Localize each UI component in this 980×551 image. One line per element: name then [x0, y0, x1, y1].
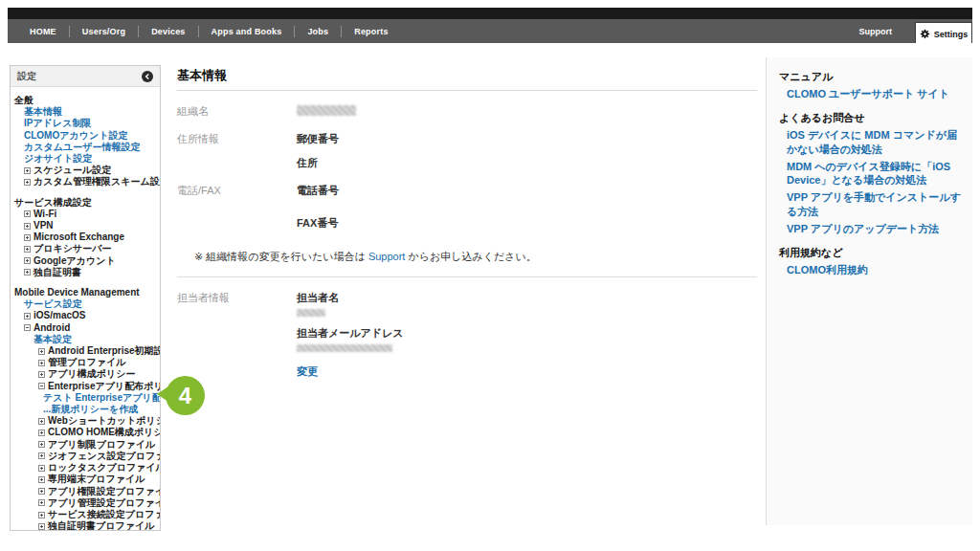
- sidebar-item[interactable]: ジオフェンス設定プロファイル: [11, 451, 160, 462]
- sidebar-item[interactable]: 管理プロファイル: [11, 357, 160, 368]
- sidebar-item-label: VPN: [33, 220, 54, 231]
- sidebar-item[interactable]: ジオサイト設定: [11, 153, 160, 165]
- sidebar-collapse-icon[interactable]: [142, 71, 153, 82]
- sidebar-item[interactable]: アプリ権限設定プロファイル: [11, 486, 160, 497]
- nav-tab-devices[interactable]: Devices: [139, 19, 197, 43]
- tree-expand-icon[interactable]: [24, 324, 31, 331]
- sidebar-group-header: 全般: [11, 95, 160, 106]
- sidebar-item-label: 基本情報: [24, 106, 62, 118]
- sidebar-item[interactable]: Android: [11, 322, 160, 334]
- sidebar-item[interactable]: 独自証明書プロファイル: [11, 520, 160, 531]
- help-link[interactable]: VPP アプリを手動でインストールする方法: [779, 190, 963, 219]
- sidebar-item[interactable]: テスト Enterpriseアプリ配布..: [11, 392, 160, 404]
- tree-expand-icon[interactable]: [38, 371, 45, 378]
- sidebar-group-header: サービス構成設定: [11, 197, 160, 209]
- sidebar-item[interactable]: Googleアカウント: [11, 255, 160, 267]
- tree-expand-icon[interactable]: [38, 441, 45, 448]
- sidebar-item[interactable]: 基本情報: [11, 106, 160, 118]
- sidebar-item-label: アプリ権限設定プロファイル: [48, 486, 160, 497]
- tree-expand-icon[interactable]: [38, 476, 45, 483]
- sidebar-item-label: テスト Enterpriseアプリ配布..: [43, 392, 160, 404]
- nav-tab-jobs[interactable]: Jobs: [295, 19, 341, 43]
- sidebar-group: Mobile Device Managementサービス設定iOS/macOSA…: [11, 287, 160, 531]
- tree-expand-icon[interactable]: [24, 167, 31, 174]
- org-name-label: 組織名: [177, 91, 297, 119]
- tree-expand-icon[interactable]: [38, 488, 45, 495]
- help-link[interactable]: iOS デバイスに MDM コマンドが届かない場合の対処法: [779, 128, 963, 157]
- tree-expand-icon[interactable]: [24, 313, 31, 320]
- tree-expand-icon[interactable]: [38, 383, 45, 389]
- help-link[interactable]: MDM へのデバイス登録時に「iOS Device」となる場合の対処法: [779, 160, 963, 188]
- nav-tab-apps-and-books[interactable]: Apps and Books: [199, 19, 295, 43]
- tree-expand-icon[interactable]: [24, 223, 31, 230]
- nav-tab-home[interactable]: HOME: [17, 19, 69, 43]
- tree-expand-icon[interactable]: [24, 210, 31, 217]
- tree-expand-icon[interactable]: [38, 430, 45, 436]
- sidebar-item[interactable]: Wi-Fi: [11, 209, 160, 220]
- sidebar-item[interactable]: サービス接続設定プロファイル: [11, 509, 160, 520]
- sidebar-item-label: ジオサイト設定: [24, 153, 92, 165]
- sidebar-item[interactable]: アプリ制限プロファイル: [11, 439, 160, 451]
- tree-expand-icon[interactable]: [38, 418, 45, 425]
- help-link[interactable]: CLOMO ユーザーサポート サイト: [779, 87, 963, 101]
- change-link[interactable]: 変更: [297, 364, 318, 379]
- sidebar-item[interactable]: 専用端末プロファイル: [11, 474, 160, 485]
- sidebar-item[interactable]: ...新規ポリシーを作成: [11, 404, 160, 415]
- sidebar-item[interactable]: Enterpriseアプリ配布ポリシー: [11, 381, 160, 392]
- sidebar-item[interactable]: Android Enterprise初期設定...: [11, 345, 160, 357]
- sidebar-item[interactable]: Webショートカットポリシー: [11, 415, 160, 427]
- tree-expand-icon[interactable]: [24, 246, 31, 253]
- sidebar-item[interactable]: アプリ管理設定プロファイル: [11, 497, 160, 509]
- tree-expand-icon[interactable]: [38, 512, 45, 518]
- tree-expand-icon[interactable]: [24, 269, 31, 276]
- sidebar-header: 設定: [11, 66, 160, 87]
- contact-info-label: 担当者情報: [177, 277, 297, 379]
- sidebar-item-label: アプリ構成ポリシー: [48, 368, 135, 380]
- sidebar-item[interactable]: アプリ構成ポリシー: [11, 368, 160, 380]
- sidebar-item-label: ジオフェンス設定プロファイル: [48, 451, 160, 462]
- sidebar-item-label: IPアドレス制限: [24, 118, 91, 129]
- tree-expand-icon[interactable]: [24, 257, 31, 264]
- tree-expand-icon[interactable]: [38, 465, 45, 472]
- help-section-title: 利用規約など: [779, 246, 963, 260]
- sidebar-item[interactable]: iOS/macOS: [11, 310, 160, 321]
- help-link[interactable]: CLOMO利用規約: [779, 263, 963, 277]
- sidebar-item[interactable]: プロキシサーバー: [11, 243, 160, 254]
- tree-expand-icon[interactable]: [38, 452, 45, 459]
- redacted-org-name: [297, 105, 356, 116]
- sidebar-item[interactable]: 独自証明書: [11, 267, 160, 278]
- support-link[interactable]: Support: [368, 251, 406, 262]
- nav-tab-users-org[interactable]: Users/Org: [70, 19, 138, 43]
- sidebar-item-label: スケジュール設定: [33, 165, 111, 176]
- tree-expand-icon[interactable]: [38, 348, 45, 355]
- nav-right: Support Settings: [859, 19, 973, 43]
- settings-sidebar: 設定 全般基本情報IPアドレス制限CLOMOアカウント設定カスタムユーザー情報設…: [10, 65, 161, 531]
- sidebar-item[interactable]: サービス設定: [11, 298, 160, 310]
- tree-expand-icon[interactable]: [38, 360, 45, 366]
- tree-expand-icon[interactable]: [24, 179, 31, 186]
- help-panel: マニュアルCLOMO ユーザーサポート サイトよくあるお問合せiOS デバイスに…: [766, 57, 972, 525]
- sidebar-item[interactable]: 基本設定: [11, 334, 160, 345]
- sidebar-item-label: Microsoft Exchange: [33, 231, 124, 243]
- gear-icon: [920, 29, 930, 39]
- sidebar-item[interactable]: ロックタスクプロファイル: [11, 462, 160, 474]
- support-tab[interactable]: Support: [859, 27, 893, 36]
- sidebar-item[interactable]: スケジュール設定: [11, 165, 160, 176]
- basic-info-panel: 基本情報 組織名 住所情報 郵便番号 住所 電話/FAX 電話番号 FAX番号 …: [177, 67, 757, 379]
- sidebar-item[interactable]: カスタムユーザー情報設定: [11, 142, 160, 153]
- redacted-contact-email: [297, 344, 392, 352]
- sidebar-item[interactable]: CLOMO HOME構成ポリシー: [11, 427, 160, 438]
- sidebar-item[interactable]: CLOMOアカウント設定: [11, 130, 160, 142]
- help-link[interactable]: VPP アプリのアップデート方法: [779, 222, 963, 236]
- sidebar-item[interactable]: VPN: [11, 220, 160, 231]
- sidebar-item[interactable]: IPアドレス制限: [11, 118, 160, 129]
- tree-expand-icon[interactable]: [24, 234, 31, 241]
- address-label: 住所情報: [177, 119, 297, 170]
- sidebar-item[interactable]: カスタム管理権限スキーム設定: [11, 176, 160, 187]
- sidebar-item[interactable]: Microsoft Exchange: [11, 231, 160, 243]
- tree-expand-icon[interactable]: [38, 523, 45, 530]
- nav-tab-reports[interactable]: Reports: [342, 19, 400, 43]
- tree-expand-icon[interactable]: [38, 499, 45, 506]
- sidebar-item-label: CLOMOアカウント設定: [24, 130, 127, 142]
- sidebar-item-label: カスタム管理権限スキーム設定: [33, 176, 160, 187]
